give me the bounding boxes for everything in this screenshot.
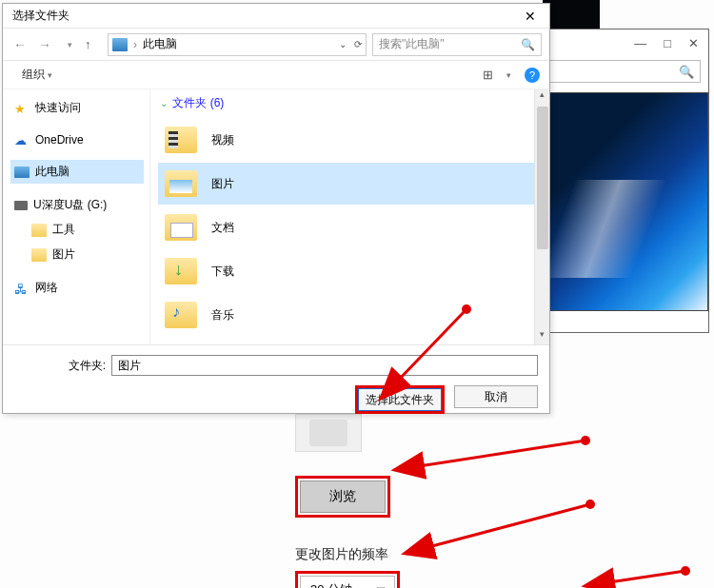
- scroll-up-button[interactable]: ▴: [535, 89, 549, 105]
- view-options-button[interactable]: ⊞: [483, 68, 493, 82]
- dialog-search-input[interactable]: 搜索"此电脑" 🔍: [372, 33, 542, 56]
- documents-folder-icon: [165, 214, 197, 241]
- folder-documents[interactable]: 文档: [158, 206, 544, 248]
- folder-label: 图片: [211, 176, 234, 192]
- dialog-footer: 文件夹: 选择此文件夹 取消: [3, 344, 549, 423]
- video-folder-icon: [165, 127, 197, 153]
- sidebar-usb-tools[interactable]: 工具: [10, 218, 144, 242]
- background-window: — □ ✕ 🔍: [538, 29, 709, 333]
- search-icon: 🔍: [679, 65, 694, 79]
- nav-up-button[interactable]: ↑: [85, 37, 102, 51]
- folder-label: 文档: [211, 220, 234, 236]
- folder-field-label: 文件夹:: [60, 358, 106, 374]
- frequency-value: 30 分钟: [310, 581, 352, 588]
- bg-search-box[interactable]: 🔍: [546, 60, 701, 83]
- dialog-title: 选择文件夹: [12, 8, 69, 24]
- chevron-down-icon: ▽: [377, 584, 385, 589]
- folder-videos[interactable]: 视频: [158, 119, 544, 161]
- folder-downloads[interactable]: 下载: [158, 250, 544, 292]
- group-label: 文件夹 (6): [172, 96, 224, 109]
- cloud-icon: ☁: [14, 133, 30, 147]
- organize-button[interactable]: 组织: [12, 63, 62, 87]
- folder-label: 下载: [211, 264, 234, 280]
- sidebar-usb-drive[interactable]: U深度U盘 (G:): [10, 193, 144, 217]
- downloads-folder-icon: [165, 258, 197, 284]
- sidebar-quick-access[interactable]: ★ 快速访问: [10, 96, 144, 120]
- breadcrumb-text[interactable]: 此电脑: [143, 36, 177, 52]
- frequency-highlight: 30 分钟 ▽: [295, 571, 400, 588]
- bg-minimize-button[interactable]: —: [634, 36, 646, 50]
- network-icon: 🖧: [14, 282, 30, 295]
- bg-dark-strip: [543, 0, 600, 29]
- refresh-icon[interactable]: ⟳: [354, 39, 362, 49]
- sidebar-item-label: 图片: [52, 246, 75, 263]
- settings-panel: 图片 浏览 更改图片的频率 30 分钟 ▽: [295, 414, 704, 588]
- search-placeholder: 搜索"此电脑": [379, 36, 445, 52]
- scroll-down-button[interactable]: ▾: [535, 329, 549, 344]
- dialog-titlebar: 选择文件夹 ✕: [3, 4, 549, 29]
- folder-label: 视频: [211, 132, 234, 148]
- breadcrumb-sep: ›: [133, 38, 137, 51]
- usb-icon: [14, 201, 28, 210]
- file-list: ⌄ 文件夹 (6) 视频 图片 文档 下载 音乐: [150, 89, 549, 344]
- pc-icon: [14, 167, 30, 178]
- dialog-navbar: ← → ▾ ↑ › 此电脑 ⌄ ⟳ 搜索"此电脑" 🔍: [3, 29, 549, 61]
- folder-icon: [31, 248, 47, 262]
- sidebar-item-label: 快速访问: [35, 100, 81, 116]
- frequency-select[interactable]: 30 分钟 ▽: [300, 576, 395, 588]
- nav-back-button[interactable]: ←: [10, 37, 30, 52]
- help-icon[interactable]: ?: [525, 68, 540, 83]
- sidebar-item-label: 网络: [35, 280, 58, 296]
- folder-picker-dialog: 选择文件夹 ✕ ← → ▾ ↑ › 此电脑 ⌄ ⟳ 搜索"此电脑" 🔍 组织 ⊞…: [2, 3, 550, 414]
- folder-name-input[interactable]: [111, 355, 538, 376]
- group-header[interactable]: ⌄ 文件夹 (6): [158, 93, 544, 117]
- browse-button[interactable]: 浏览: [300, 480, 386, 513]
- sidebar-network[interactable]: 🖧 网络: [10, 276, 144, 300]
- folder-icon: [31, 224, 47, 237]
- dialog-toolbar: 组织 ⊞ ▾ ?: [3, 61, 549, 89]
- sidebar-this-pc[interactable]: 此电脑: [10, 160, 144, 184]
- bg-titlebar: — □ ✕: [539, 29, 708, 56]
- bg-close-button[interactable]: ✕: [688, 36, 699, 50]
- search-icon: 🔍: [521, 38, 535, 51]
- dialog-close-button[interactable]: ✕: [517, 7, 544, 26]
- address-bar[interactable]: › 此电脑 ⌄ ⟳: [108, 33, 367, 56]
- select-folder-highlight: 选择此文件夹: [355, 385, 445, 414]
- sidebar-item-label: 此电脑: [35, 164, 69, 180]
- select-folder-button[interactable]: 选择此文件夹: [358, 388, 442, 411]
- folder-pictures[interactable]: 图片: [158, 163, 544, 205]
- sidebar-onedrive[interactable]: ☁ OneDrive: [10, 129, 144, 150]
- frequency-label: 更改图片的频率: [295, 546, 704, 563]
- pictures-folder-icon: [165, 170, 197, 197]
- sidebar-item-label: 工具: [52, 222, 75, 238]
- nav-history-dropdown[interactable]: ▾: [60, 40, 79, 49]
- sidebar: ★ 快速访问 ☁ OneDrive 此电脑 U深度U盘 (G:) 工具: [3, 89, 150, 344]
- music-folder-icon: [165, 302, 197, 328]
- folder-label: 音乐: [211, 307, 234, 323]
- address-dropdown-icon[interactable]: ⌄: [339, 39, 347, 49]
- caret-down-icon: ⌄: [160, 98, 168, 108]
- scrollbar[interactable]: ▴ ▾: [534, 89, 549, 344]
- folder-music[interactable]: 音乐: [158, 294, 544, 336]
- sidebar-usb-pictures[interactable]: 图片: [10, 243, 144, 266]
- sidebar-item-label: OneDrive: [35, 133, 84, 147]
- bg-maximize-button[interactable]: □: [664, 36, 671, 50]
- cancel-button[interactable]: 取消: [454, 385, 538, 408]
- browse-highlight: 浏览: [295, 476, 390, 518]
- wallpaper-preview: [539, 92, 708, 311]
- nav-forward-button[interactable]: →: [35, 37, 54, 52]
- pc-icon: [112, 38, 128, 51]
- sidebar-item-label: U深度U盘 (G:): [33, 197, 107, 213]
- scroll-thumb[interactable]: [537, 107, 548, 249]
- star-icon: ★: [14, 102, 30, 115]
